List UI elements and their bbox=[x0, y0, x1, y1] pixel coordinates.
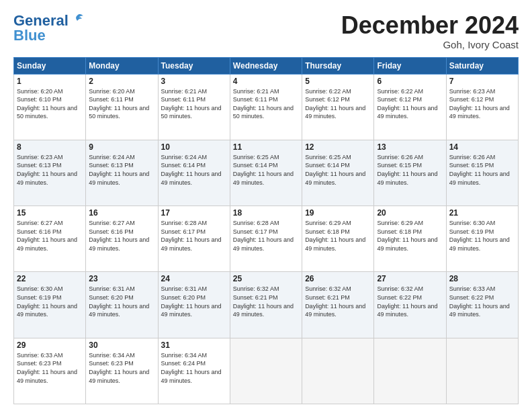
empty-cell bbox=[230, 338, 302, 404]
day-3: 3 Sunrise: 6:21 AMSunset: 6:11 PMDayligh… bbox=[158, 74, 230, 140]
col-saturday: Saturday bbox=[446, 57, 518, 74]
day-10: 10 Sunrise: 6:24 AMSunset: 6:14 PMDaylig… bbox=[158, 140, 230, 205]
day-2: 2 Sunrise: 6:20 AMSunset: 6:11 PMDayligh… bbox=[86, 74, 158, 140]
day-17: 17 Sunrise: 6:28 AMSunset: 6:17 PMDaylig… bbox=[158, 206, 230, 272]
day-28: 28 Sunrise: 6:33 AMSunset: 6:22 PMDaylig… bbox=[446, 272, 518, 338]
day-14: 14 Sunrise: 6:26 AMSunset: 6:15 PMDaylig… bbox=[446, 140, 518, 205]
day-7: 7 Sunrise: 6:23 AMSunset: 6:12 PMDayligh… bbox=[446, 74, 518, 140]
calendar-title: December 2024 bbox=[341, 12, 519, 39]
day-19: 19 Sunrise: 6:29 AMSunset: 6:18 PMDaylig… bbox=[302, 206, 374, 272]
day-4: 4 Sunrise: 6:21 AMSunset: 6:11 PMDayligh… bbox=[230, 74, 302, 140]
col-sunday: Sunday bbox=[14, 57, 86, 74]
table-row: 29 Sunrise: 6:33 AMSunset: 6:23 PMDaylig… bbox=[14, 338, 519, 404]
day-29: 29 Sunrise: 6:33 AMSunset: 6:23 PMDaylig… bbox=[14, 338, 86, 404]
day-12: 12 Sunrise: 6:25 AMSunset: 6:14 PMDaylig… bbox=[302, 140, 374, 205]
day-15: 15 Sunrise: 6:27 AMSunset: 6:16 PMDaylig… bbox=[14, 206, 86, 272]
col-monday: Monday bbox=[86, 57, 158, 74]
title-block: December 2024 Goh, Ivory Coast bbox=[341, 12, 519, 50]
day-31: 31 Sunrise: 6:34 AMSunset: 6:24 PMDaylig… bbox=[158, 338, 230, 404]
day-5: 5 Sunrise: 6:22 AMSunset: 6:12 PMDayligh… bbox=[302, 74, 374, 140]
day-27: 27 Sunrise: 6:32 AMSunset: 6:22 PMDaylig… bbox=[374, 272, 446, 338]
header: General Blue December 2024 Goh, Ivory Co… bbox=[13, 12, 519, 50]
table-row: 8 Sunrise: 6:23 AMSunset: 6:13 PMDayligh… bbox=[14, 140, 519, 205]
logo: General Blue bbox=[13, 12, 85, 44]
calendar-page: General Blue December 2024 Goh, Ivory Co… bbox=[0, 0, 532, 411]
day-25: 25 Sunrise: 6:32 AMSunset: 6:21 PMDaylig… bbox=[230, 272, 302, 338]
day-22: 22 Sunrise: 6:30 AMSunset: 6:19 PMDaylig… bbox=[14, 272, 86, 338]
table-row: 1 Sunrise: 6:20 AMSunset: 6:10 PMDayligh… bbox=[14, 74, 519, 140]
table-row: 15 Sunrise: 6:27 AMSunset: 6:16 PMDaylig… bbox=[14, 206, 519, 272]
empty-cell bbox=[446, 338, 518, 404]
empty-cell bbox=[302, 338, 374, 404]
day-30: 30 Sunrise: 6:34 AMSunset: 6:23 PMDaylig… bbox=[86, 338, 158, 404]
day-13: 13 Sunrise: 6:26 AMSunset: 6:15 PMDaylig… bbox=[374, 140, 446, 205]
col-wednesday: Wednesday bbox=[230, 57, 302, 74]
day-20: 20 Sunrise: 6:29 AMSunset: 6:18 PMDaylig… bbox=[374, 206, 446, 272]
day-26: 26 Sunrise: 6:32 AMSunset: 6:21 PMDaylig… bbox=[302, 272, 374, 338]
header-row: Sunday Monday Tuesday Wednesday Thursday… bbox=[14, 57, 519, 74]
empty-cell bbox=[374, 338, 446, 404]
day-6: 6 Sunrise: 6:22 AMSunset: 6:12 PMDayligh… bbox=[374, 74, 446, 140]
day-11: 11 Sunrise: 6:25 AMSunset: 6:14 PMDaylig… bbox=[230, 140, 302, 205]
day-23: 23 Sunrise: 6:31 AMSunset: 6:20 PMDaylig… bbox=[86, 272, 158, 338]
day-8: 8 Sunrise: 6:23 AMSunset: 6:13 PMDayligh… bbox=[14, 140, 86, 205]
day-18: 18 Sunrise: 6:28 AMSunset: 6:17 PMDaylig… bbox=[230, 206, 302, 272]
calendar-table: Sunday Monday Tuesday Wednesday Thursday… bbox=[13, 57, 519, 404]
table-row: 22 Sunrise: 6:30 AMSunset: 6:19 PMDaylig… bbox=[14, 272, 519, 338]
day-1: 1 Sunrise: 6:20 AMSunset: 6:10 PMDayligh… bbox=[14, 74, 86, 140]
col-tuesday: Tuesday bbox=[158, 57, 230, 74]
logo-bird-icon bbox=[70, 12, 85, 27]
col-friday: Friday bbox=[374, 57, 446, 74]
col-thursday: Thursday bbox=[302, 57, 374, 74]
day-16: 16 Sunrise: 6:27 AMSunset: 6:16 PMDaylig… bbox=[86, 206, 158, 272]
logo-blue: Blue bbox=[13, 27, 46, 44]
calendar-location: Goh, Ivory Coast bbox=[341, 39, 519, 50]
day-24: 24 Sunrise: 6:31 AMSunset: 6:20 PMDaylig… bbox=[158, 272, 230, 338]
day-9: 9 Sunrise: 6:24 AMSunset: 6:13 PMDayligh… bbox=[86, 140, 158, 205]
day-21: 21 Sunrise: 6:30 AMSunset: 6:19 PMDaylig… bbox=[446, 206, 518, 272]
